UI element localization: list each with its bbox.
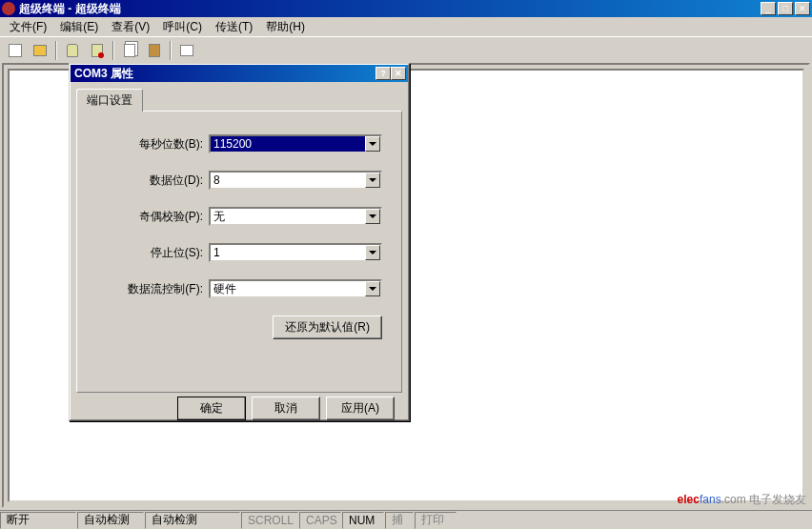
chevron-down-icon[interactable] [365,173,380,188]
toolbar-new[interactable] [4,40,27,61]
toolbar-open[interactable] [29,40,51,61]
watermark-blue: fans [700,493,721,506]
stopbits-value: 1 [213,246,220,259]
toolbar-separator [55,41,57,60]
databits-combo[interactable]: 8 [209,171,382,190]
baud-combo[interactable]: 115200 [209,134,382,153]
parity-combo[interactable]: 无 [209,207,382,226]
status-detect1: 自动检测 [77,512,144,529]
chevron-down-icon[interactable] [365,245,380,260]
flow-combo[interactable]: 硬件 [209,279,382,298]
status-capture: 捕 [385,512,414,529]
toolbar-disconnect[interactable] [86,40,109,61]
toolbar-receive[interactable] [143,40,166,61]
apply-button[interactable]: 应用(A) [326,397,395,420]
databits-value: 8 [213,173,220,187]
toolbar-separator [170,41,172,60]
dialog-titlebar[interactable]: COM3 属性 ? ✕ [71,65,408,82]
menu-transfer[interactable]: 传送(T) [210,17,258,37]
chevron-down-icon[interactable] [365,281,380,296]
baud-label: 每秒位数(B): [96,136,209,153]
window-title: 超级终端 - 超级终端 [19,1,761,17]
status-connection: 断开 [0,512,76,529]
parity-value: 无 [213,209,225,225]
status-spacer [457,512,811,529]
minimize-button[interactable]: _ [761,2,776,15]
menu-view[interactable]: 查看(V) [106,17,155,37]
phone-hangup-icon [91,44,103,57]
toolbar [0,36,812,63]
document-icon [9,44,22,57]
dialog-close-button[interactable]: ✕ [391,67,406,80]
menu-edit[interactable]: 编辑(E) [54,17,104,37]
databits-label: 数据位(D): [96,173,209,189]
watermark: elecfans.com 电子发烧友 [678,492,806,508]
tab-panel: 每秒位数(B): 115200 数据位(D): 8 奇偶校验(P): [76,111,402,393]
toolbar-send[interactable] [118,40,141,61]
flow-value: 硬件 [213,281,236,297]
menu-help[interactable]: 帮助(H) [260,17,311,37]
flow-label: 数据流控制(F): [96,281,209,297]
tab-port-settings[interactable]: 端口设置 [76,89,143,112]
status-caps: CAPS [299,512,341,529]
status-scroll: SCROLL [241,512,298,529]
receive-icon [149,44,160,57]
menu-file[interactable]: 文件(F) [4,17,52,37]
phone-icon [67,44,78,57]
maximize-button[interactable]: □ [778,2,793,15]
chevron-down-icon[interactable] [365,209,380,224]
watermark-red: elec [678,493,700,506]
app-icon [2,2,15,15]
ok-button[interactable]: 确定 [177,397,246,420]
close-button[interactable]: ✕ [795,2,810,15]
toolbar-connect[interactable] [61,40,84,61]
send-icon [124,44,135,57]
dialog-title: COM3 属性 [72,66,376,82]
dialog-help-button[interactable]: ? [376,67,391,80]
parity-label: 奇偶校验(P): [96,209,209,225]
statusbar: 断开 自动检测 自动检测 SCROLL CAPS NUM 捕 打印 [0,510,812,529]
menubar: 文件(F) 编辑(E) 查看(V) 呼叫(C) 传送(T) 帮助(H) [0,17,812,36]
properties-icon [180,45,193,56]
status-num: NUM [342,512,384,529]
stopbits-combo[interactable]: 1 [209,243,382,262]
stopbits-label: 停止位(S): [96,245,209,261]
folder-open-icon [33,45,47,56]
main-titlebar: 超级终端 - 超级终端 _ □ ✕ [0,0,812,17]
toolbar-separator [112,41,114,60]
status-print: 打印 [415,512,457,529]
restore-defaults-button[interactable]: 还原为默认值(R) [273,315,382,339]
toolbar-properties[interactable] [175,40,198,61]
status-detect2: 自动检测 [145,512,240,529]
cancel-button[interactable]: 取消 [252,397,320,420]
baud-value: 115200 [213,137,252,151]
menu-call[interactable]: 呼叫(C) [157,17,208,37]
chevron-down-icon[interactable] [365,136,380,152]
watermark-suffix: .com 电子发烧友 [721,493,806,506]
com-properties-dialog: COM3 属性 ? ✕ 端口设置 每秒位数(B): 115200 数据位(D): [69,63,410,421]
